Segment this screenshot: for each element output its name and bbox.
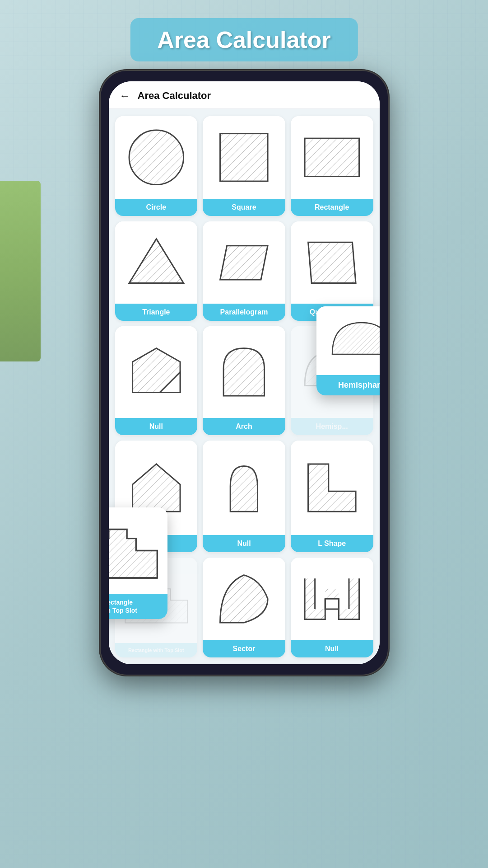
shape-preview-null3 (203, 441, 285, 535)
svg-marker-18 (308, 242, 355, 283)
shape-card-triangle[interactable]: Triangle (115, 221, 198, 321)
shape-card-null4[interactable]: Null (291, 558, 373, 657)
shape-label-circle: Circle (115, 199, 198, 216)
shape-preview-rectangle (291, 116, 373, 199)
shape-label-null3: Null (203, 535, 285, 552)
shape-preview-hemisphare-float (316, 306, 380, 375)
screen-title: Area Calculator (138, 90, 211, 102)
shape-card-square[interactable]: Square (203, 116, 285, 216)
shape-label-hemisphare-ghost: Hemisp... (291, 418, 373, 435)
shape-label-null1: Null (115, 418, 198, 435)
shape-label-triangle: Triangle (115, 304, 198, 321)
shape-card-null3[interactable]: Null (203, 441, 285, 552)
shape-label-rectangle: Rectangle (291, 199, 373, 216)
shape-card-parallelogram[interactable]: Parallelogram (203, 221, 285, 321)
svg-marker-25 (132, 464, 180, 511)
shape-label-arch: Arch (203, 418, 285, 435)
shape-card-sector[interactable]: Sector (203, 558, 285, 657)
shape-label-null4: Null (291, 640, 373, 657)
app-title-banner: Area Calculator (130, 18, 358, 61)
shape-preview-circle (115, 116, 198, 199)
shape-preview-triangle (115, 221, 198, 304)
svg-rect-6 (220, 134, 268, 181)
svg-rect-9 (305, 138, 359, 176)
shape-preview-lshape (291, 441, 373, 535)
svg-marker-15 (220, 245, 268, 279)
screen-header: ← Area Calculator (109, 81, 380, 109)
shape-label-parallelogram: Parallelogram (203, 304, 285, 321)
phone-frame: ← Area Calculator (100, 70, 389, 676)
shape-card-circle[interactable]: Circle (115, 116, 198, 216)
shape-label-square: Square (203, 199, 285, 216)
floating-card-hemisphare[interactable]: Hemisphare (316, 306, 380, 395)
shape-preview-parallelogram (203, 221, 285, 304)
app-title-text: Area Calculator (157, 27, 330, 53)
shape-preview-sector (203, 558, 285, 640)
back-button[interactable]: ← (120, 89, 130, 102)
shape-card-arch[interactable]: Arch (203, 326, 285, 435)
svg-marker-12 (129, 239, 184, 283)
shape-preview-arch (203, 326, 285, 418)
shape-label-sector: Sector (203, 640, 285, 657)
shape-preview-square (203, 116, 285, 199)
shape-label-lshape: L Shape (291, 535, 373, 552)
floating-card-rect-top-slot[interactable]: Rectanglewith Top Slot (109, 507, 167, 619)
shape-card-null1[interactable]: Null (115, 326, 198, 435)
shape-card-rectangle[interactable]: Rectangle (291, 116, 373, 216)
shape-preview-quadrilateral (291, 221, 373, 304)
phone-screen: ← Area Calculator (109, 81, 380, 664)
shape-label-rect-top-slot-float: Rectanglewith Top Slot (109, 594, 167, 619)
shape-label-rect-top-slot-ghost: Rectangle with Top Slot (115, 643, 198, 657)
decoration-ruler (0, 181, 41, 361)
svg-marker-28 (308, 464, 355, 511)
shape-preview-rect-top-slot-float (109, 507, 167, 594)
shape-preview-null4 (291, 558, 373, 640)
shape-card-lshape[interactable]: L Shape (291, 441, 373, 552)
shape-label-hemisphare-float: Hemisphare (316, 375, 380, 395)
shape-preview-null1 (115, 326, 198, 418)
